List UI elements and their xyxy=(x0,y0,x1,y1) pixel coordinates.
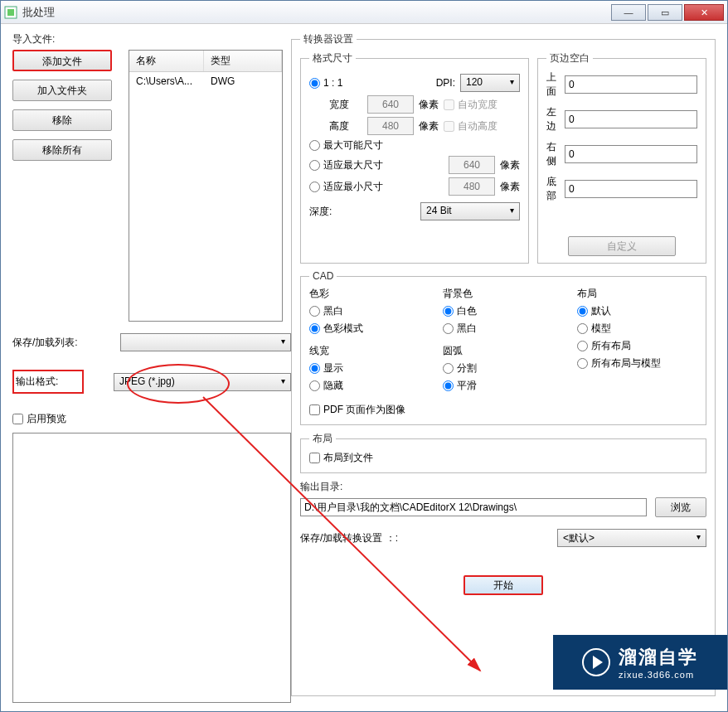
bg-black-radio[interactable] xyxy=(443,323,454,334)
watermark-url: zixue.3d66.com xyxy=(619,670,698,680)
margins-legend: 页边空白 xyxy=(546,51,593,65)
margin-bottom-input[interactable] xyxy=(565,180,697,198)
margin-right-label: 右侧 xyxy=(546,140,556,168)
cad-group: CAD 色彩 黑白 色彩模式 线宽 显示 隐藏 背景色 白色 xyxy=(300,270,706,425)
cell-type: DWG xyxy=(204,72,282,90)
auto-width-label: 自动宽度 xyxy=(458,98,497,112)
margin-left-input[interactable] xyxy=(565,110,697,128)
custom-margins-button: 自定义 xyxy=(568,236,676,256)
margin-top-input[interactable] xyxy=(565,75,697,94)
linewidth-legend: 线宽 xyxy=(309,344,430,358)
fit-max-radio[interactable] xyxy=(309,160,320,171)
pdf-as-image-label: PDF 页面作为图像 xyxy=(323,403,405,417)
width-label: 宽度 xyxy=(329,98,362,112)
lw-show-radio[interactable] xyxy=(309,363,320,374)
window-title: 批处理 xyxy=(22,5,609,20)
margin-bottom-label: 底部 xyxy=(546,175,556,203)
play-icon xyxy=(582,648,610,676)
layout-legend: 布局 xyxy=(577,287,697,301)
start-button[interactable]: 开始 xyxy=(463,575,543,595)
depth-dropdown[interactable]: 24 Bit xyxy=(420,202,520,220)
margin-top-label: 上面 xyxy=(546,70,556,99)
ratio-1-1-radio[interactable] xyxy=(309,78,320,89)
enable-preview-label: 启用预览 xyxy=(27,412,66,426)
layout-all-label: 所有布局 xyxy=(591,339,631,353)
bg-black-label: 黑白 xyxy=(457,322,477,336)
dpi-dropdown[interactable]: 120 xyxy=(460,74,520,92)
cad-legend: CAD xyxy=(309,270,337,282)
depth-label: 深度: xyxy=(309,205,332,219)
cell-name: C:\Users\A... xyxy=(129,72,204,90)
browse-button[interactable]: 浏览 xyxy=(655,497,706,517)
margins-group: 页边空白 上面 左边 右侧 底部 自定义 xyxy=(537,51,706,264)
bg-legend: 背景色 xyxy=(443,287,563,301)
col-header-name[interactable]: 名称 xyxy=(129,51,204,71)
arc-smooth-label: 平滑 xyxy=(457,379,477,393)
auto-height-checkbox xyxy=(444,121,454,132)
lw-hide-label: 隐藏 xyxy=(323,379,343,393)
fit-min-radio[interactable] xyxy=(309,182,320,192)
pixel-label: 像素 xyxy=(419,98,439,112)
col-header-type[interactable]: 类型 xyxy=(204,51,282,71)
lw-hide-radio[interactable] xyxy=(309,380,320,391)
layout-all-model-radio[interactable] xyxy=(577,358,588,369)
titlebar[interactable]: 批处理 — ▭ ✕ xyxy=(1,1,727,24)
add-file-button[interactable]: 添加文件 xyxy=(12,50,112,71)
width-input[interactable] xyxy=(367,95,414,114)
file-list[interactable]: 名称 类型 C:\Users\A... DWG xyxy=(129,50,283,322)
arc-split-radio[interactable] xyxy=(443,363,454,374)
layout-default-radio[interactable] xyxy=(577,306,588,317)
layout2-legend: 布局 xyxy=(309,432,336,446)
color-mode-radio[interactable] xyxy=(309,323,320,334)
lw-show-label: 显示 xyxy=(323,361,343,375)
height-input[interactable] xyxy=(367,117,414,135)
margin-right-input[interactable] xyxy=(565,145,697,163)
color-bw-radio[interactable] xyxy=(309,306,320,317)
fit-max-input[interactable] xyxy=(449,156,495,174)
output-dir-input[interactable] xyxy=(300,498,647,516)
layout-all-radio[interactable] xyxy=(577,341,588,351)
fit-min-label: 适应最小尺寸 xyxy=(323,180,383,194)
app-icon xyxy=(4,6,17,19)
color-mode-label: 色彩模式 xyxy=(323,322,363,336)
layout-to-file-label: 布局到文件 xyxy=(323,451,373,465)
margin-left-label: 左边 xyxy=(546,105,556,133)
arc-smooth-radio[interactable] xyxy=(443,380,454,391)
save-settings-label: 保存/加载转换设置 ：: xyxy=(300,531,398,545)
pixel-label-4: 像素 xyxy=(500,180,520,194)
save-list-label: 保存/加载列表: xyxy=(12,336,120,350)
layout-model-label: 模型 xyxy=(591,322,611,336)
pixel-label-3: 像素 xyxy=(500,158,520,172)
layout-all-model-label: 所有布局与模型 xyxy=(591,356,661,371)
fit-min-input[interactable] xyxy=(449,177,495,196)
watermark-title: 溜溜自学 xyxy=(619,645,698,670)
remove-all-button[interactable]: 移除所有 xyxy=(12,139,112,161)
bg-white-label: 白色 xyxy=(457,304,477,318)
pdf-as-image-checkbox[interactable] xyxy=(309,404,320,415)
ratio-1-1-label: 1 : 1 xyxy=(323,77,342,89)
output-format-label: 输出格式: xyxy=(12,370,84,394)
enable-preview-checkbox[interactable] xyxy=(12,414,23,424)
table-row[interactable]: C:\Users\A... DWG xyxy=(129,72,282,90)
pixel-label-2: 像素 xyxy=(419,119,439,133)
maximize-button[interactable]: ▭ xyxy=(648,4,682,21)
layout-default-label: 默认 xyxy=(591,304,611,318)
preview-box xyxy=(12,433,291,703)
minimize-button[interactable]: — xyxy=(611,4,646,21)
save-settings-dropdown[interactable]: <默认> xyxy=(557,529,706,547)
max-possible-label: 最大可能尺寸 xyxy=(323,138,383,153)
dpi-label: DPI: xyxy=(436,77,455,89)
save-list-dropdown[interactable] xyxy=(120,333,291,351)
color-legend: 色彩 xyxy=(309,287,430,301)
bg-white-radio[interactable] xyxy=(443,306,454,317)
import-files-label: 导入文件: xyxy=(12,32,291,46)
auto-height-label: 自动高度 xyxy=(458,119,497,133)
layout-model-radio[interactable] xyxy=(577,323,588,334)
add-folder-button[interactable]: 加入文件夹 xyxy=(12,80,112,101)
close-button[interactable]: ✕ xyxy=(684,4,724,21)
layout-to-file-checkbox[interactable] xyxy=(309,453,320,463)
color-bw-label: 黑白 xyxy=(323,304,343,318)
remove-button[interactable]: 移除 xyxy=(12,109,112,131)
output-format-dropdown[interactable]: JPEG (*.jpg) xyxy=(114,373,291,391)
max-possible-radio[interactable] xyxy=(309,140,320,151)
